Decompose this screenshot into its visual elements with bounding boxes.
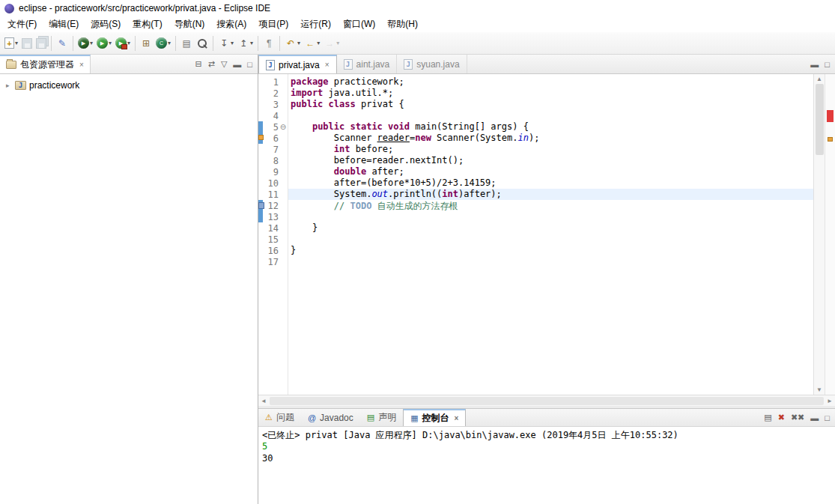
gutter-row[interactable]: 6 (258, 133, 288, 144)
code-line[interactable]: public static void main(String[] args) { (288, 121, 813, 133)
editor-tab[interactable]: syuan.java (397, 55, 467, 73)
fold-icon[interactable] (279, 123, 288, 131)
horizontal-scrollbar-thumb[interactable] (270, 397, 824, 405)
display-selected-console-icon[interactable]: ▤ (764, 413, 771, 422)
code-line[interactable]: after=(before*10+5)/2+3.14159; (288, 177, 813, 189)
scroll-up-icon[interactable] (816, 74, 822, 84)
line-number[interactable]: 2 (264, 88, 279, 99)
close-view-icon[interactable] (79, 61, 84, 69)
menu-item[interactable]: 编辑(E) (43, 16, 85, 32)
code-line[interactable]: int before; (288, 144, 813, 155)
line-number[interactable]: 16 (264, 246, 279, 256)
editor[interactable]: 1234567891011121314151617 package practi… (258, 74, 835, 395)
code-line[interactable]: double after; (288, 166, 813, 177)
line-number[interactable]: 10 (264, 178, 279, 189)
code-line[interactable] (288, 256, 813, 267)
line-number[interactable]: 4 (264, 111, 279, 121)
gutter-row[interactable]: 12 (258, 200, 288, 211)
explorer-tab[interactable]: 包资源管理器 (0, 55, 91, 73)
console-tab-declaration[interactable]: ▤声明 (360, 409, 403, 426)
minimize-view-icon[interactable]: ▬ (810, 413, 819, 422)
code-line[interactable]: } (288, 245, 813, 256)
gutter-row[interactable]: 8 (258, 155, 288, 166)
dropdown-arrow-icon[interactable] (317, 40, 320, 46)
close-tab-icon[interactable] (325, 61, 330, 69)
line-number[interactable]: 14 (264, 223, 279, 234)
line-number[interactable]: 12 (264, 201, 279, 211)
editor-tab[interactable]: aint.java (337, 55, 398, 73)
code-line[interactable]: Scanner reader=new Scanner(System.in); (288, 133, 813, 144)
code-line[interactable]: public class privat { (288, 99, 813, 110)
gutter-row[interactable]: 16 (258, 245, 288, 256)
line-number[interactable]: 3 (264, 100, 279, 110)
console-tab-problems[interactable]: ⚠问题 (258, 409, 301, 426)
search-button[interactable] (195, 36, 210, 51)
scroll-down-icon[interactable] (816, 385, 822, 395)
dropdown-arrow-icon[interactable] (297, 40, 300, 46)
code-line[interactable] (288, 211, 813, 222)
maximize-view-icon[interactable]: □ (247, 60, 252, 69)
debug-button[interactable]: ▶ (76, 36, 94, 50)
scroll-right-icon[interactable] (825, 398, 835, 404)
new-java-class-button[interactable]: C (154, 36, 172, 50)
run-button[interactable]: ▶ (95, 36, 113, 50)
line-number[interactable]: 1 (264, 77, 279, 88)
next-annotation-button[interactable]: ↧ (216, 36, 235, 51)
expand-arrow-icon[interactable] (6, 82, 12, 89)
code-line[interactable]: // TODO 自动生成的方法存根 (288, 200, 813, 211)
line-number[interactable]: 6 (264, 133, 279, 144)
code-line[interactable]: package practicework; (288, 76, 813, 88)
menu-item[interactable]: 帮助(H) (381, 16, 424, 32)
remove-launch-icon[interactable]: ✖ (778, 413, 785, 422)
console-tab-console[interactable]: ▦控制台 (403, 409, 466, 426)
line-number[interactable]: 9 (264, 167, 279, 177)
gutter-row[interactable]: 13 (258, 211, 288, 222)
gutter-row[interactable]: 17 (258, 256, 288, 267)
menu-item[interactable]: 运行(R) (294, 16, 337, 32)
minimize-editor-icon[interactable]: ▬ (810, 60, 819, 69)
console-view[interactable]: <已终止> privat [Java 应用程序] D:\java\bin\jav… (258, 427, 835, 504)
menu-item[interactable]: 搜索(A) (210, 16, 252, 32)
dropdown-arrow-icon[interactable] (109, 40, 112, 46)
link-with-editor-icon[interactable]: ⇄ (208, 59, 215, 69)
line-number[interactable]: 13 (264, 212, 279, 222)
code-line[interactable]: System.out.println((int)after); (288, 189, 813, 200)
gutter-row[interactable]: 2 (258, 88, 288, 99)
gutter-row[interactable]: 5 (258, 121, 288, 133)
menu-item[interactable]: 项目(P) (252, 16, 294, 32)
gutter-row[interactable]: 4 (258, 110, 288, 121)
run-external-tools-button[interactable]: ▶ (114, 36, 132, 50)
tree-item-practicework[interactable]: practicework (3, 79, 255, 92)
menu-item[interactable]: 源码(S) (85, 16, 127, 32)
view-menu-icon[interactable]: ▽ (221, 59, 227, 69)
dropdown-arrow-icon[interactable] (250, 40, 253, 46)
new-java-project-button[interactable]: ⊞ (139, 36, 154, 51)
line-number[interactable]: 15 (264, 234, 279, 245)
last-edit-location-button[interactable]: ↶ (283, 36, 302, 51)
overview-marker-occurrence[interactable] (828, 137, 833, 142)
gutter-row[interactable]: 3 (258, 99, 288, 110)
dropdown-arrow-icon[interactable] (168, 40, 171, 46)
dropdown-arrow-icon[interactable] (336, 40, 339, 46)
overview-ruler[interactable] (825, 74, 835, 395)
menu-item[interactable]: 重构(T) (127, 16, 168, 32)
show-whitespace-button[interactable]: ¶ (261, 36, 276, 51)
gutter-row[interactable]: 9 (258, 166, 288, 177)
remove-all-terminated-icon[interactable]: ✖✖ (791, 413, 804, 422)
forward-button[interactable]: → (322, 36, 341, 51)
gutter-row[interactable]: 10 (258, 177, 288, 189)
new-wizard-button[interactable]: + (3, 36, 19, 50)
console-stdin-line[interactable]: 5 (262, 441, 831, 453)
scroll-left-icon[interactable] (258, 398, 269, 404)
horizontal-scrollbar[interactable] (258, 395, 835, 406)
menu-item[interactable]: 窗口(W) (337, 16, 381, 32)
collapse-all-icon[interactable]: ⊟ (195, 59, 201, 69)
code-line[interactable] (288, 234, 813, 245)
minimize-view-icon[interactable]: ▬ (233, 60, 241, 69)
vertical-scrollbar-thumb[interactable] (816, 84, 824, 155)
save-button[interactable] (20, 37, 34, 50)
open-task-button[interactable]: ▤ (179, 36, 194, 51)
menu-item[interactable]: 文件(F) (1, 16, 43, 32)
code-line[interactable]: import java.util.*; (288, 88, 813, 99)
code-line[interactable] (288, 110, 813, 121)
